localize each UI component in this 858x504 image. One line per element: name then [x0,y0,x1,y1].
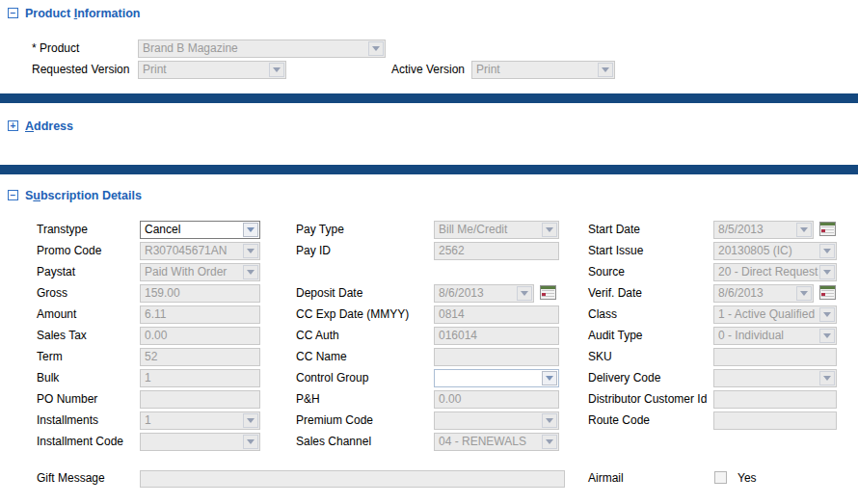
field-amount: 6.11 [140,305,260,324]
transtype-label: Transtype [37,221,88,239]
audit-type-label: Audit Type [588,327,642,345]
installments-label: Installments [37,411,98,430]
collapse-icon-subscription-details[interactable]: − [8,190,18,200]
airmail-label: Airmail [588,469,624,488]
field-start-issue: 20130805 (IC) [713,242,837,260]
plus-icon: + [11,121,16,130]
chevron-down-icon [517,286,532,301]
field-pay-id: 2562 [434,242,559,260]
chevron-down-icon [796,286,812,301]
distributor-customer-id-label: Distributor Customer Id [588,390,707,409]
source-label: Source [588,263,625,281]
field-control-group[interactable] [434,369,559,387]
installment-code-label: Installment Code [37,433,123,451]
expand-icon-address[interactable]: + [8,120,18,131]
section-header-subscription-details: − Subscription Details [8,188,142,202]
bulk-label: Bulk [37,369,59,387]
field-audit-type: 0 - Individual [713,327,837,345]
minus-icon: − [11,191,16,199]
chevron-down-icon [542,413,557,428]
section-title-subscription-details: Subscription Details [25,189,142,202]
class-value: 1 - Active Qualified [714,306,819,323]
subscription-form-page: − Product Information * Product Brand B … [0,0,858,504]
p-and-h-label: P&H [296,390,320,409]
field-p-and-h: 0.00 [434,390,559,409]
cc-name-label: CC Name [296,348,347,366]
p-and-h-value: 0.00 [435,391,558,408]
amount-value: 6.11 [141,306,259,323]
airmail-checkbox[interactable] [714,471,727,484]
chevron-down-icon [269,63,284,77]
field-paystat: Paid With Order [140,263,260,281]
start-date-value: 8/5/2013 [714,222,796,238]
premium-code-label: Premium Code [296,411,373,430]
minus-icon: − [11,9,16,17]
sales-tax-label: Sales Tax [37,327,87,345]
field-deposit-date: 8/6/2013 [434,284,534,303]
sku-label: SKU [588,348,612,366]
calendar-icon[interactable] [540,285,556,300]
bulk-value: 1 [141,370,259,386]
product-label: * Product [32,40,79,58]
section-divider [0,165,858,174]
chevron-down-icon [243,413,258,428]
gift-message-label: Gift Message [37,469,105,488]
field-route-code [713,411,837,430]
chevron-down-icon [819,329,835,343]
calendar-icon[interactable] [819,222,836,236]
field-pay-type: Bill Me/Credit [434,221,559,239]
field-term: 52 [140,348,260,366]
sales-channel-value: 04 - RENEWALS [435,434,542,450]
field-promo-code: R307045671AN [140,242,260,260]
chevron-down-icon [542,435,557,449]
section-title-address: Address [25,119,73,133]
gift-message-field [140,470,565,488]
term-label: Term [37,348,63,366]
transtype-value: Cancel [141,222,243,238]
field-premium-code [434,411,559,430]
pay-type-label: Pay Type [296,221,344,239]
installments-value: 1 [141,412,243,429]
field-sales-channel: 04 - RENEWALS [434,433,559,451]
po-number-label: PO Number [37,390,97,409]
product-select: Brand B Magazine [138,40,386,58]
amount-label: Amount [37,305,76,324]
active-version-select: Print [471,61,615,79]
chevron-down-icon[interactable] [542,371,557,385]
cc-auth-value: 016014 [435,328,558,344]
field-po-number [140,390,260,409]
route-code-label: Route Code [588,411,650,430]
verif-date-value: 8/6/2013 [714,285,796,302]
start-issue-label: Start Issue [588,242,643,260]
pay-id-label: Pay ID [296,242,331,260]
gross-label: Gross [37,284,67,303]
audit-type-value: 0 - Individual [714,328,819,344]
requested-version-select: Print [138,61,286,79]
source-value: 20 - Direct Request [714,264,819,280]
chevron-down-icon [243,265,258,279]
promo-code-value: R307045671AN [141,243,243,259]
paystat-value: Paid With Order [141,264,243,280]
paystat-label: Paystat [37,263,75,281]
field-delivery-code [713,369,837,387]
requested-version-value: Print [139,62,269,78]
cc-exp-date-label: CC Exp Date (MMYY) [296,305,409,324]
chevron-down-icon [368,41,384,56]
chevron-down-icon [819,371,835,385]
chevron-down-icon [542,223,557,237]
sales-tax-value: 0.00 [141,328,259,344]
section-header-address: + Address [8,119,73,133]
field-cc-name [434,348,559,366]
chevron-down-icon [243,244,258,258]
chevron-down-icon [598,63,613,77]
verif-date-label: Verif. Date [588,284,642,303]
chevron-down-icon [819,265,835,279]
section-divider [0,93,858,103]
calendar-icon[interactable] [819,285,836,300]
field-transtype[interactable]: Cancel [140,221,260,239]
collapse-icon-product-information[interactable]: − [8,8,18,18]
term-value: 52 [141,349,259,365]
class-label: Class [588,305,617,324]
field-gross: 159.00 [140,284,260,303]
chevron-down-icon[interactable] [243,223,258,237]
